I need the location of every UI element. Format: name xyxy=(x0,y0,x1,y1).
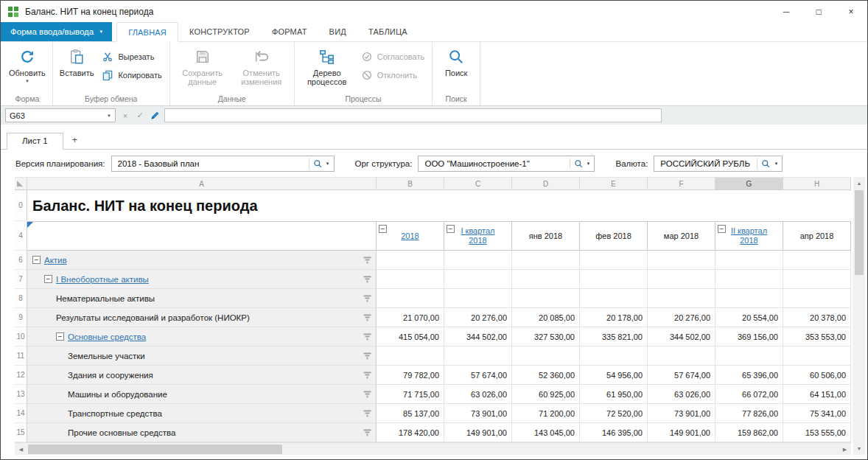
data-cell[interactable] xyxy=(580,270,648,289)
horizontal-scrollbar[interactable]: ◀ ▶ xyxy=(15,442,851,455)
column-header[interactable]: C xyxy=(444,177,512,190)
ribbon-tab[interactable]: ТАБЛИЦА xyxy=(357,22,419,41)
row-number[interactable]: 13 xyxy=(15,385,27,404)
data-cell[interactable] xyxy=(377,346,444,366)
row-label-cell[interactable]: −Актив xyxy=(27,251,377,270)
org-structure-combobox[interactable]: ООО "Машиностроение-1" ▼ xyxy=(418,156,595,172)
row-number[interactable]: 15 xyxy=(15,423,27,442)
data-cell[interactable] xyxy=(444,251,512,270)
reject-button[interactable]: Отклонить xyxy=(357,69,428,81)
data-cell[interactable] xyxy=(444,270,512,289)
formula-input[interactable] xyxy=(164,108,662,122)
data-cell[interactable] xyxy=(444,289,512,308)
row-number[interactable]: 11 xyxy=(15,346,27,366)
copy-button[interactable]: Копировать xyxy=(98,69,165,81)
column-header[interactable]: H xyxy=(783,177,851,190)
data-cell[interactable] xyxy=(648,270,715,289)
column-header[interactable]: E xyxy=(580,177,648,190)
data-cell[interactable] xyxy=(580,289,648,308)
process-tree-button[interactable]: Дерево процессов xyxy=(298,44,356,86)
row-number[interactable]: 8 xyxy=(15,289,27,308)
data-cell[interactable]: 149 901,00 xyxy=(444,423,512,442)
period-header-cell[interactable]: янв 2018 xyxy=(512,221,580,251)
data-cell[interactable]: 369 156,00 xyxy=(715,327,783,346)
data-cell[interactable]: 52 360,00 xyxy=(512,366,580,385)
data-cell[interactable]: 178 420,00 xyxy=(377,423,444,442)
period-label[interactable]: 2018 xyxy=(401,231,419,241)
collapse-icon[interactable]: − xyxy=(718,225,726,233)
data-cell[interactable]: 73 901,00 xyxy=(444,404,512,423)
maximize-button[interactable]: □ xyxy=(802,1,835,22)
filter-icon[interactable] xyxy=(363,372,371,379)
planning-version-combobox[interactable]: 2018 - Базовый план ▼ xyxy=(111,156,335,172)
data-cell[interactable]: 64 151,00 xyxy=(783,385,851,404)
data-cell[interactable] xyxy=(715,270,783,289)
ribbon-tab[interactable]: ГЛАВНАЯ xyxy=(116,22,178,42)
row-label-cell[interactable]: −Основные средства xyxy=(27,327,377,346)
data-cell[interactable] xyxy=(783,251,851,270)
search-button[interactable]: Поиск xyxy=(436,44,476,77)
data-cell[interactable]: 71 715,00 xyxy=(377,385,444,404)
column-header[interactable]: F xyxy=(648,177,715,190)
data-cell[interactable]: 353 553,00 xyxy=(783,327,851,346)
row-label-cell[interactable]: Земельные участки xyxy=(27,346,377,366)
column-header[interactable]: B xyxy=(377,177,444,190)
data-cell[interactable]: 327 530,00 xyxy=(512,327,580,346)
data-cell[interactable]: 20 085,00 xyxy=(512,308,580,327)
close-button[interactable]: × xyxy=(835,1,867,22)
row-label-cell[interactable]: Результаты исследований и разработок (НИ… xyxy=(27,308,377,327)
period-header-cell[interactable]: фев 2018 xyxy=(580,221,648,251)
row-number[interactable]: 4 xyxy=(15,221,27,251)
collapse-icon[interactable]: − xyxy=(44,275,52,283)
data-cell[interactable]: 73 901,00 xyxy=(648,404,715,423)
data-cell[interactable]: 57 674,00 xyxy=(444,366,512,385)
data-cell[interactable] xyxy=(377,251,444,270)
data-cell[interactable]: 344 502,00 xyxy=(648,327,715,346)
row-label[interactable]: Актив xyxy=(44,256,67,265)
filter-icon[interactable] xyxy=(363,276,371,283)
row-label-cell[interactable]: −I Внеоборотные активы xyxy=(27,270,377,289)
filter-icon[interactable] xyxy=(363,391,371,398)
filter-icon[interactable] xyxy=(363,333,371,341)
period-header-cell[interactable]: апр 2018 xyxy=(783,221,851,251)
data-cell[interactable] xyxy=(783,270,851,289)
report-title[interactable]: Баланс. НИТ на конец периода xyxy=(27,190,851,221)
form-io-menu-button[interactable]: Форма ввода/вывода ▼ xyxy=(1,22,112,41)
data-cell[interactable] xyxy=(783,289,851,308)
sheet-tab[interactable]: Лист 1 xyxy=(7,133,63,150)
data-cell[interactable]: 57 674,00 xyxy=(648,366,715,385)
data-cell[interactable] xyxy=(377,270,444,289)
filter-icon[interactable] xyxy=(363,352,371,360)
data-cell[interactable]: 146 395,00 xyxy=(580,423,648,442)
ribbon-tab[interactable]: КОНСТРУКТОР xyxy=(178,22,261,41)
scroll-up-icon[interactable]: ▲ xyxy=(853,177,865,189)
data-cell[interactable] xyxy=(715,251,783,270)
scroll-down-icon[interactable]: ▼ xyxy=(853,442,865,455)
row-label[interactable]: Основные средства xyxy=(68,332,146,341)
data-cell[interactable] xyxy=(580,346,648,366)
filter-icon[interactable] xyxy=(363,410,371,417)
data-cell[interactable] xyxy=(715,289,783,308)
row-label-cell[interactable]: Прочие основные средства xyxy=(27,423,377,442)
row-label[interactable]: I Внеоборотные активы xyxy=(56,275,149,284)
ribbon-tab[interactable]: ФОРМАТ xyxy=(261,22,318,41)
data-cell[interactable] xyxy=(444,346,512,366)
minimize-button[interactable]: ─ xyxy=(770,1,802,22)
data-cell[interactable] xyxy=(377,289,444,308)
data-cell[interactable]: 72 520,00 xyxy=(580,404,648,423)
data-cell[interactable]: 20 276,00 xyxy=(648,308,715,327)
filter-icon[interactable] xyxy=(363,257,371,264)
data-cell[interactable] xyxy=(648,289,715,308)
add-sheet-button[interactable]: + xyxy=(63,131,87,149)
period-header-cell[interactable]: −2018 xyxy=(377,221,444,251)
row-number[interactable]: 0 xyxy=(15,190,27,221)
vertical-scrollbar[interactable]: ▲ ▼ xyxy=(853,177,865,455)
currency-combobox[interactable]: РОССИЙСКИЙ РУБЛЬ ▼ xyxy=(654,156,783,172)
data-cell[interactable]: 77 826,00 xyxy=(715,404,783,423)
data-cell[interactable]: 60 506,00 xyxy=(783,366,851,385)
edit-formula-icon[interactable] xyxy=(150,111,160,120)
data-cell[interactable] xyxy=(715,346,783,366)
period-label[interactable]: I квартал 2018 xyxy=(456,226,500,245)
ribbon-tab[interactable]: ВИД xyxy=(318,22,357,41)
row-label-cell[interactable]: Машины и оборудование xyxy=(27,385,377,404)
